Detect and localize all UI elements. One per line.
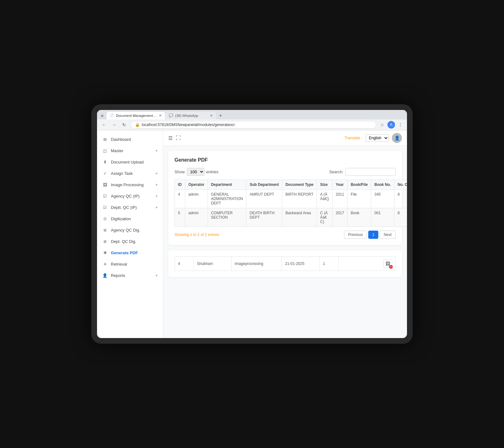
cell-no-images: 8 — [394, 208, 407, 227]
agency-qc-dig-icon: ⊛ — [102, 227, 108, 233]
col-year: Year — [332, 180, 347, 190]
cell-department: COMPUTER SECTION — [208, 208, 246, 227]
lower-cell-1: 4 — [175, 257, 194, 271]
search-input[interactable] — [345, 168, 396, 176]
language-select[interactable]: English — [365, 134, 389, 142]
chrome-menu-icon[interactable]: ⋮ — [397, 121, 404, 128]
image-action-icon[interactable]: 🖼 + — [383, 259, 392, 268]
lower-cell-2: Shubham — [194, 257, 232, 271]
master-plus[interactable]: + — [155, 148, 158, 153]
address-bar[interactable]: 🔒 localhost:57818/DMSNewpanelall/modules… — [130, 121, 376, 129]
cell-operator: admin — [185, 190, 208, 208]
cell-book-file: Book — [347, 208, 371, 227]
sidebar-item-agency-qc-dig[interactable]: ⊛ Agency QC Dig. — [97, 224, 163, 236]
tab-close-dms[interactable]: ✕ — [159, 113, 162, 118]
col-book-file: Book/File — [347, 180, 371, 190]
generate-pdf-card: Generate PDF Show 100 25 50 entries — [168, 151, 402, 245]
next-button[interactable]: Next — [380, 231, 396, 239]
sidebar-label-retrieval: Retrieval — [111, 262, 127, 267]
browser-menu-icon[interactable]: ⊞ — [100, 113, 105, 118]
pagination-row: Showing 1 to 2 of 2 entries Previous 1 N… — [175, 231, 396, 239]
sidebar-item-deptt-qc-ip[interactable]: ☑ Deptt. QC (IP) + — [97, 202, 163, 213]
master-icon: ◫ — [102, 148, 108, 153]
sidebar-label-assign-task: Assign Task — [111, 171, 133, 176]
forward-button[interactable]: → — [110, 121, 118, 129]
sidebar-label-agency-qc-ip: Agency QC (IP) — [111, 194, 140, 198]
sidebar-item-master[interactable]: ◫ Master + — [97, 145, 163, 156]
lower-cell-action: 🖼 + — [339, 257, 396, 271]
retrieval-icon: ✳ — [102, 261, 108, 267]
page-1-button[interactable]: 1 — [368, 231, 379, 239]
dept-qc-dig-icon: ⊛ — [102, 238, 108, 244]
translate-label: Translate : — [345, 136, 362, 140]
add-image-icon: + — [389, 265, 393, 269]
cell-book-no: 345 — [371, 190, 394, 208]
sidebar-item-assign-task[interactable]: ✓ Assign Task + — [97, 168, 163, 179]
col-department: Department — [208, 180, 246, 190]
assign-task-plus[interactable]: + — [155, 171, 158, 176]
cell-id: 5 — [175, 208, 185, 227]
image-processing-plus[interactable]: + — [155, 182, 158, 187]
sidebar-item-digitization[interactable]: ⊙ Digitization — [97, 213, 163, 224]
sidebar-item-dept-qc-dig[interactable]: ⊛ Dept. QC Dig. — [97, 236, 163, 247]
agency-qc-ip-plus[interactable]: + — [155, 193, 158, 198]
data-table: ID Operator Department Sub Department Do… — [175, 180, 407, 227]
col-no-images: No. Of Images — [394, 180, 407, 190]
tab-label-whatsapp: (38) WhatsApp — [175, 114, 198, 118]
pagination: Previous 1 Next — [344, 231, 396, 239]
sidebar-item-dashboard[interactable]: ⊞ Dashboard — [97, 134, 163, 145]
generate-pdf-icon: ✳ — [102, 250, 108, 256]
sidebar-item-reports[interactable]: 👤 Reports + — [97, 270, 163, 281]
col-operator: Operator — [185, 180, 208, 190]
tab-label-dms: Document Management Syste... — [116, 114, 157, 118]
sidebar-label-dashboard: Dashboard — [111, 137, 131, 142]
tab-favicon-whatsapp: 💬 — [169, 113, 173, 118]
sidebar-item-generate-pdf[interactable]: ✳ Generate PDF — [97, 247, 163, 258]
reload-button[interactable]: ↻ — [120, 121, 128, 129]
tab-close-whatsapp[interactable]: ✕ — [210, 113, 213, 118]
new-tab-button[interactable]: + — [217, 112, 224, 119]
sidebar-label-document-upload: Document Upload — [111, 160, 144, 164]
cell-size: C (À Àà€ C) — [317, 208, 332, 227]
top-bar: ☰ ⛶ Translate : English 👤 — [163, 130, 407, 146]
sidebar-item-retrieval[interactable]: ✳ Retrieval — [97, 258, 163, 270]
previous-button[interactable]: Previous — [344, 231, 367, 239]
tab-favicon-dms: 📄 — [110, 113, 114, 118]
back-button[interactable]: ← — [100, 121, 108, 129]
assign-task-icon: ✓ — [102, 170, 108, 176]
cell-no-images: 8 — [394, 190, 407, 208]
digitization-icon: ⊙ — [102, 216, 108, 221]
lower-cell-5: 1 — [320, 257, 339, 271]
fullscreen-icon[interactable]: ⛶ — [176, 135, 181, 141]
table-row: 5 admin COMPUTER SECTION DEATH BIRTH DEP… — [175, 208, 407, 227]
url-text: localhost:57818/DMSNewpanelall/modules/g… — [142, 123, 235, 127]
sidebar-item-agency-qc-ip[interactable]: ☑ Agency QC (IP) + — [97, 190, 163, 202]
sidebar-item-document-upload[interactable]: ⬆ Document Upload — [97, 156, 163, 168]
lower-table-row: 4 Shubham imageprocessing 21-01-2025 1 🖼… — [175, 257, 396, 271]
sidebar-item-image-processing[interactable]: 🖼 Image Processing + — [97, 179, 163, 190]
cell-year: 2011 — [332, 190, 347, 208]
image-processing-icon: 🖼 — [102, 182, 108, 187]
tab-whatsapp[interactable]: 💬 (38) WhatsApp ✕ — [166, 112, 216, 119]
cell-operator: admin — [185, 208, 208, 227]
entries-select[interactable]: 100 25 50 — [187, 168, 204, 176]
table-header-row: ID Operator Department Sub Department Do… — [175, 180, 407, 190]
sidebar-label-generate-pdf: Generate PDF — [111, 250, 138, 255]
cell-book-no: 001 — [371, 208, 394, 227]
cell-id: 4 — [175, 190, 185, 208]
bookmark-icon[interactable]: ☆ — [379, 121, 386, 128]
show-label: Show — [175, 169, 185, 174]
sidebar-label-dept-qc-dig: Dept. QC Dig. — [111, 239, 136, 244]
cell-book-file: File — [347, 190, 371, 208]
tab-dms[interactable]: 📄 Document Management Syste... ✕ — [106, 112, 165, 119]
user-avatar[interactable]: 👤 — [392, 133, 402, 143]
reports-plus[interactable]: + — [155, 273, 158, 278]
reports-icon: 👤 — [102, 273, 108, 278]
cell-sub-department: AMRUT DEPT — [246, 190, 282, 208]
col-sub-department: Sub Department — [246, 180, 282, 190]
hamburger-icon[interactable]: ☰ — [168, 135, 173, 141]
sidebar: ⊞ Dashboard ◫ Master + ⬆ Document Upload… — [97, 130, 163, 338]
chrome-user-avatar[interactable]: A — [387, 121, 395, 129]
deptt-qc-ip-plus[interactable]: + — [155, 205, 158, 210]
cell-document-type: BIRTH REPORT — [282, 190, 317, 208]
